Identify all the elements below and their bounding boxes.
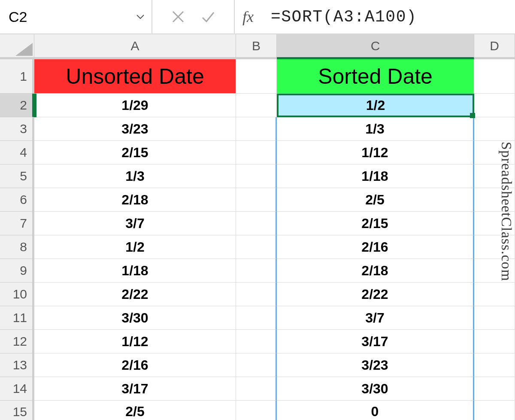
row-header-14[interactable]: 14 — [0, 377, 34, 401]
column-header-D[interactable]: D — [474, 34, 515, 59]
cell-B6[interactable] — [236, 188, 277, 212]
cell-A15[interactable]: 2/5 — [34, 401, 236, 420]
column-header-B[interactable]: B — [236, 34, 277, 59]
active-cell-C2[interactable]: 1/2 — [277, 94, 474, 117]
cell-B4[interactable] — [236, 141, 277, 164]
cell-D10[interactable] — [474, 283, 515, 306]
cell-D2[interactable] — [474, 94, 515, 117]
column-headers: A B C D — [0, 34, 515, 59]
cell-B3[interactable] — [236, 117, 277, 141]
cell-D13[interactable] — [474, 353, 515, 377]
cell-A7[interactable]: 3/7 — [34, 212, 236, 235]
fill-handle[interactable] — [470, 113, 475, 118]
row-header-2[interactable]: 2 — [0, 94, 34, 117]
cell-C9[interactable]: 2/18 — [277, 259, 474, 283]
row-header-1[interactable]: 1 — [0, 59, 34, 94]
row-header-9[interactable]: 9 — [0, 259, 34, 283]
cell-A10[interactable]: 2/22 — [34, 283, 236, 306]
cell-C10[interactable]: 2/22 — [277, 283, 474, 306]
column-header-C[interactable]: C — [277, 34, 474, 59]
fx-label[interactable]: fx — [235, 8, 264, 26]
active-cell-value: 1/2 — [366, 97, 385, 113]
row-header-7[interactable]: 7 — [0, 212, 34, 235]
watermark: SpreadsheetClass.com — [498, 142, 515, 281]
enter-icon[interactable] — [200, 8, 217, 25]
row-header-8[interactable]: 8 — [0, 235, 34, 259]
row-header-4[interactable]: 4 — [0, 141, 34, 164]
cell-C6[interactable]: 2/5 — [277, 188, 474, 212]
cell-C13[interactable]: 3/23 — [277, 353, 474, 377]
cell-D12[interactable] — [474, 330, 515, 353]
cell-C14[interactable]: 3/30 — [277, 377, 474, 401]
cell-B12[interactable] — [236, 330, 277, 353]
cell-A12[interactable]: 1/12 — [34, 330, 236, 353]
cell-A1[interactable]: Unsorted Date — [34, 59, 236, 94]
cell-A2[interactable]: 1/29 — [34, 94, 236, 117]
row-header-5[interactable]: 5 — [0, 164, 34, 188]
row-header-11[interactable]: 11 — [0, 306, 34, 330]
cell-D1[interactable] — [474, 59, 515, 94]
cell-C12[interactable]: 3/17 — [277, 330, 474, 353]
cell-D15[interactable] — [474, 401, 515, 420]
column-header-A[interactable]: A — [34, 34, 236, 59]
formula-bar: C2 fx =SORT(A3:A100) — [0, 0, 515, 34]
cell-B1[interactable] — [236, 59, 277, 94]
row-header-3[interactable]: 3 — [0, 117, 34, 141]
cell-A13[interactable]: 2/16 — [34, 353, 236, 377]
cell-C1[interactable]: Sorted Date — [277, 59, 474, 94]
cancel-icon[interactable] — [170, 8, 187, 25]
cell-C5[interactable]: 1/18 — [277, 164, 474, 188]
cell-A9[interactable]: 1/18 — [34, 259, 236, 283]
cell-B14[interactable] — [236, 377, 277, 401]
row-headers: 1 2 3 4 5 6 7 8 9 10 11 12 13 14 15 — [0, 59, 34, 420]
cell-C11[interactable]: 3/7 — [277, 306, 474, 330]
name-box-value: C2 — [9, 9, 27, 25]
cell-C8[interactable]: 2/16 — [277, 235, 474, 259]
cell-D14[interactable] — [474, 377, 515, 401]
formula-bar-actions — [152, 0, 235, 33]
cell-A11[interactable]: 3/30 — [34, 306, 236, 330]
row-header-12[interactable]: 12 — [0, 330, 34, 353]
cell-B2[interactable] — [236, 94, 277, 117]
cell-B10[interactable] — [236, 283, 277, 306]
cell-C4[interactable]: 1/12 — [277, 141, 474, 164]
row-header-15[interactable]: 15 — [0, 401, 34, 420]
formula-input[interactable]: =SORT(A3:A100) — [268, 0, 515, 33]
cell-B9[interactable] — [236, 259, 277, 283]
cell-C15[interactable]: 0 — [277, 401, 474, 420]
cell-B11[interactable] — [236, 306, 277, 330]
cell-A14[interactable]: 3/17 — [34, 377, 236, 401]
cell-A4[interactable]: 2/15 — [34, 141, 236, 164]
cell-B15[interactable] — [236, 401, 277, 420]
name-box[interactable]: C2 — [0, 0, 152, 33]
select-all-corner[interactable] — [0, 34, 34, 59]
row-header-6[interactable]: 6 — [0, 188, 34, 212]
cell-B13[interactable] — [236, 353, 277, 377]
cells: Unsorted Date Sorted Date 1/29 3/23 1/3 … — [34, 59, 515, 420]
cell-A8[interactable]: 1/2 — [34, 235, 236, 259]
cell-C7[interactable]: 2/15 — [277, 212, 474, 235]
cell-A6[interactable]: 2/18 — [34, 188, 236, 212]
grid: 1 2 3 4 5 6 7 8 9 10 11 12 13 14 15 Unso… — [0, 59, 515, 420]
cell-B5[interactable] — [236, 164, 277, 188]
formula-text: =SORT(A3:A100) — [271, 8, 417, 26]
row-header-10[interactable]: 10 — [0, 283, 34, 306]
cell-B8[interactable] — [236, 235, 277, 259]
name-box-dropdown-icon[interactable] — [134, 11, 146, 23]
cell-D3[interactable] — [474, 117, 515, 141]
cell-C3[interactable]: 1/3 — [277, 117, 474, 141]
cell-A5[interactable]: 1/3 — [34, 164, 236, 188]
cell-A3[interactable]: 3/23 — [34, 117, 236, 141]
cell-D11[interactable] — [474, 306, 515, 330]
cell-B7[interactable] — [236, 212, 277, 235]
row-header-13[interactable]: 13 — [0, 353, 34, 377]
row2-active-mark — [34, 94, 36, 117]
